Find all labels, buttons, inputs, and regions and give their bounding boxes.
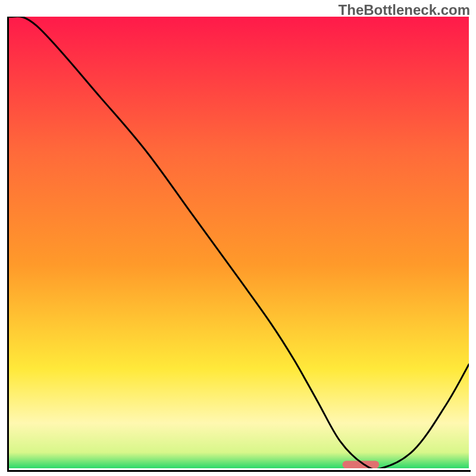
chart-container: TheBottleneck.com (0, 0, 476, 476)
watermark-text: TheBottleneck.com (339, 2, 470, 18)
plot-axes (7, 17, 471, 472)
